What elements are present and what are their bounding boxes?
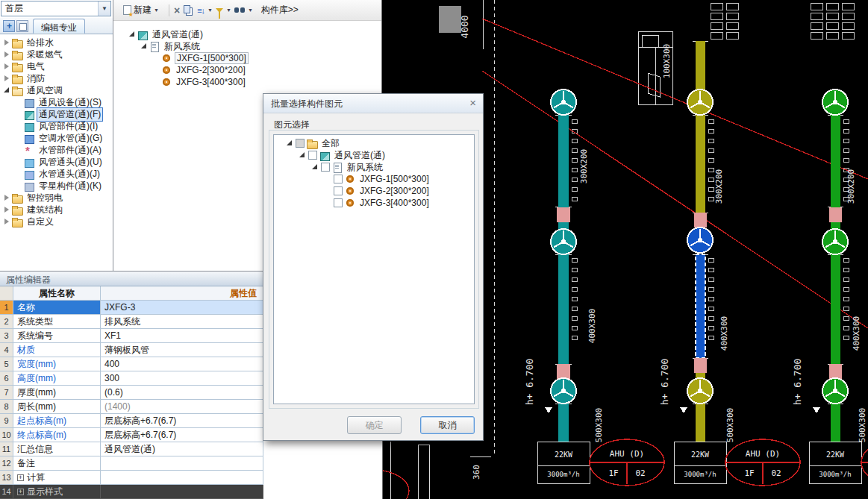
- ahu-flow-label: 3000m³/h: [684, 471, 716, 478]
- property-row[interactable]: 6高度(mm)300: [0, 371, 263, 386]
- property-row[interactable]: 5宽度(mm)400: [0, 357, 263, 371]
- find-icon[interactable]: [234, 7, 245, 13]
- tree-expander-icon[interactable]: [3, 218, 10, 225]
- left-tree-item[interactable]: 自定义: [0, 216, 113, 227]
- tree-expander-icon[interactable]: [3, 206, 10, 213]
- layers-icon[interactable]: [16, 20, 28, 32]
- cad-dimension-label: h+ 6.700: [659, 359, 670, 406]
- tree-expander-icon[interactable]: [299, 151, 306, 159]
- dialog-title-bar[interactable]: 批量选择构件图元 ×: [263, 94, 483, 113]
- chevron-down-icon[interactable]: ▼: [98, 1, 110, 16]
- property-value[interactable]: 通风管道(通): [101, 442, 263, 456]
- tree-expander-icon[interactable]: [3, 87, 10, 94]
- dialog-tree-item[interactable]: JXFG-1[500*300]: [274, 173, 474, 185]
- tree-expander-icon[interactable]: [3, 39, 10, 46]
- component-tree-item[interactable]: 通风管道(通): [113, 28, 381, 40]
- left-tree-item[interactable]: 采暖燃气: [0, 48, 113, 60]
- duct-icon: [137, 30, 149, 40]
- property-row[interactable]: 7厚度(mm)(0.6): [0, 386, 263, 400]
- component-tree-item[interactable]: JXFG-1[500*300]: [113, 52, 381, 64]
- left-tree-item[interactable]: 通风设备(通)(S): [0, 96, 113, 108]
- property-row[interactable]: 11汇总信息通风管道(通): [0, 442, 263, 456]
- property-value[interactable]: XF1: [101, 329, 263, 343]
- left-tree-item[interactable]: 水管通头(通)(J): [0, 168, 113, 180]
- property-row[interactable]: 9起点标高(m)层底标高+6.7(6.7): [0, 414, 263, 428]
- left-tree-item[interactable]: 智控弱电: [0, 192, 113, 204]
- property-value[interactable]: (1400): [101, 400, 263, 414]
- cancel-button[interactable]: 取消: [420, 416, 475, 434]
- tree-expander-icon[interactable]: [3, 194, 10, 201]
- delete-icon[interactable]: ×: [174, 5, 180, 16]
- copy-icon[interactable]: [184, 5, 190, 13]
- property-value[interactable]: JXFG-3: [101, 301, 263, 315]
- property-value[interactable]: 排风系统: [101, 315, 263, 329]
- property-name: 备注: [13, 456, 101, 471]
- property-value[interactable]: 层底标高+6.7(6.7): [101, 414, 263, 428]
- tree-expander-icon[interactable]: [3, 63, 10, 70]
- left-tree-item[interactable]: 空调水管(通)(G): [0, 132, 113, 144]
- property-row[interactable]: 1名称JXFG-3: [0, 301, 263, 315]
- tree-expander-icon[interactable]: [286, 139, 293, 147]
- property-row[interactable]: 12备注: [0, 456, 263, 471]
- component-library-button[interactable]: 构件库>>: [256, 1, 304, 19]
- left-tree-item[interactable]: 电气: [0, 60, 113, 72]
- tree-expander-icon[interactable]: [128, 31, 136, 38]
- property-row[interactable]: 13+计算: [0, 471, 263, 485]
- left-tree-item[interactable]: 水管部件(通)(A): [0, 144, 113, 156]
- property-value[interactable]: (0.6): [101, 386, 263, 400]
- component-tree-item[interactable]: JXFG-2[300*200]: [113, 64, 381, 76]
- left-tree-item[interactable]: 零星构件(通)(K): [0, 180, 113, 192]
- property-row[interactable]: 2系统类型排风系统: [0, 315, 263, 329]
- left-tree-item[interactable]: 风管部件(通)(I): [0, 120, 113, 132]
- checkbox[interactable]: [321, 163, 330, 172]
- dialog-tree-item[interactable]: 通风管道(通): [274, 149, 474, 161]
- property-value[interactable]: [101, 471, 263, 485]
- left-tree-item[interactable]: 风管通头(通)(U): [0, 156, 113, 168]
- sort-icon[interactable]: ≡↓: [197, 6, 204, 15]
- expand-plus-icon[interactable]: +: [17, 489, 24, 495]
- left-tree-item[interactable]: 建筑结构: [0, 204, 113, 216]
- property-row[interactable]: 14+显示样式: [0, 485, 263, 499]
- dialog-tree-item[interactable]: JXFG-3[400*300]: [274, 197, 474, 209]
- new-button[interactable]: 新建 ▼: [118, 1, 164, 19]
- tree-expander-icon[interactable]: [3, 75, 10, 82]
- property-value[interactable]: 层底标高+6.7(6.7): [101, 428, 263, 442]
- component-tree-item[interactable]: JXFG-3[400*300]: [113, 76, 381, 88]
- specialty-tree[interactable]: 给排水采暖燃气电气消防通风空调通风设备(通)(S)通风管道(通)(F)风管部件(…: [0, 34, 113, 271]
- property-row[interactable]: 4材质薄钢板风管: [0, 343, 263, 357]
- checkbox[interactable]: [308, 151, 317, 160]
- checkbox[interactable]: [334, 198, 343, 207]
- floor-selector[interactable]: 首层 ▼: [1, 1, 111, 16]
- add-layer-icon[interactable]: [3, 20, 15, 32]
- property-value[interactable]: [101, 456, 263, 471]
- left-tree-item[interactable]: 给排水: [0, 37, 113, 48]
- property-value[interactable]: [101, 485, 263, 499]
- ok-button[interactable]: 确定: [347, 416, 402, 434]
- tree-expander-icon[interactable]: [3, 51, 10, 58]
- property-value[interactable]: 薄钢板风管: [101, 343, 263, 357]
- property-value[interactable]: 300: [101, 371, 263, 386]
- property-row[interactable]: 10终点标高(m)层底标高+6.7(6.7): [0, 428, 263, 442]
- close-icon[interactable]: ×: [469, 96, 476, 109]
- dialog-tree-item[interactable]: 新风系统: [274, 161, 474, 173]
- checkbox[interactable]: [334, 175, 343, 183]
- dialog-tree-item[interactable]: 全部: [274, 137, 474, 149]
- left-tree-item[interactable]: 消防: [0, 72, 113, 84]
- expand-plus-icon[interactable]: +: [17, 474, 24, 481]
- dialog-tree-item[interactable]: JXFG-2[300*200]: [274, 185, 474, 197]
- tree-expander-icon[interactable]: [140, 43, 148, 50]
- checkbox[interactable]: [296, 139, 305, 148]
- tab-edit-specialty[interactable]: 编辑专业: [33, 19, 85, 34]
- property-value[interactable]: 400: [101, 357, 263, 371]
- element-tree[interactable]: 全部通风管道(通)新风系统JXFG-1[500*300]JXFG-2[300*2…: [273, 134, 475, 404]
- property-name-text: 高度(mm): [17, 371, 56, 385]
- checkbox[interactable]: [334, 186, 343, 195]
- property-name-text: 宽度(mm): [17, 357, 56, 371]
- property-row[interactable]: 3系统编号XF1: [0, 329, 263, 343]
- property-row[interactable]: 8周长(mm)(1400): [0, 400, 263, 414]
- left-tree-item[interactable]: 通风管道(通)(F): [0, 108, 113, 120]
- component-tree-item[interactable]: 新风系统: [113, 40, 381, 52]
- tree-expander-icon[interactable]: [311, 163, 319, 171]
- filter-icon[interactable]: [216, 8, 223, 13]
- left-tree-item[interactable]: 通风空调: [0, 84, 113, 96]
